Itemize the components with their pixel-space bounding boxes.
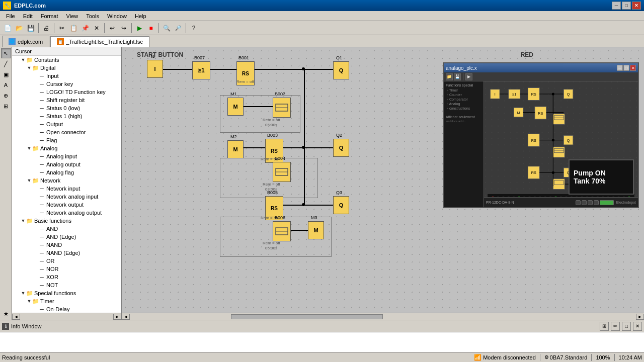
tool-misc[interactable]: ⊞ [1,101,11,111]
redo-button[interactable]: ↪ [118,23,129,34]
tree-constants[interactable]: ▼ 📁 Constants [12,56,121,64]
tree-nand-edge[interactable]: ─ NAND (Edge) [12,249,121,257]
tree-net-output[interactable]: ─ Network output [12,201,121,209]
minimize-button[interactable]: ─ [612,2,621,10]
tree-status1[interactable]: ─ Status 1 (high) [12,112,121,120]
block-m2[interactable]: M [227,140,244,158]
save-button[interactable]: 💾 [25,23,36,34]
popup-minimize[interactable]: ─ [617,65,623,71]
canvas-area[interactable]: START BUTTON RED YELLOW GREEN I1 I B007 … [122,47,644,320]
canvas-hscroll-thumb[interactable] [231,314,383,319]
zoom-in-button[interactable]: 🔍 [161,23,172,34]
tree-net-input[interactable]: ─ Network input [12,185,121,193]
tab-edplc[interactable]: 🌐 edplc.com [2,36,49,47]
tree-network[interactable]: ▼ 📁 Network [12,176,121,185]
hscroll-right[interactable]: ► [113,314,121,320]
canvas-hscroll-left[interactable]: ◄ [122,314,130,320]
tool-cursor[interactable]: ↖ [1,48,11,58]
tool-zoom[interactable]: ⊕ [1,90,11,101]
popup-maximize[interactable]: □ [623,65,629,71]
tree-logo-td[interactable]: ─ LOGO! TD Function key [12,88,121,96]
sidebar-hscroll[interactable]: ◄ ► [12,313,121,320]
block-b007[interactable]: ≥1 [192,61,210,79]
tree-cursor-key[interactable]: ─ Cursor key [12,80,121,88]
block-q3[interactable]: Q [333,196,349,214]
menu-file[interactable]: File [2,12,19,20]
zoom-out-button[interactable]: 🔎 [173,23,184,34]
popup-btn4[interactable] [594,200,599,205]
tree-output[interactable]: ─ Output [12,120,121,128]
window-controls: ─ □ ✕ [612,2,641,10]
cut-button[interactable]: ✂ [56,23,67,34]
tree-xor[interactable]: ─ XOR [12,273,121,281]
popup-tb-1[interactable]: 📁 [446,73,453,80]
popup-btn1[interactable] [576,200,581,205]
block-q2[interactable]: Q [333,139,349,157]
tree-open-conn[interactable]: ─ Open connector [12,128,121,136]
canvas-hscroll-right[interactable]: ► [636,314,644,320]
tree-on-delay[interactable]: ─ On-Delay [12,305,121,313]
popup-close[interactable]: ✕ [630,65,636,71]
tree-input[interactable]: ─ Input [12,72,121,80]
tree-net-analog-input[interactable]: ─ Network analog input [12,193,121,201]
tree-not[interactable]: ─ NOT [12,281,121,289]
tab-trafficlight[interactable]: 📋 _TrafficLight.lsc_TrafficLight.lsc [50,36,149,47]
close-button[interactable]: ✕ [632,2,641,10]
menu-tools[interactable]: Tools [82,12,103,20]
tool-block[interactable]: ▣ [1,69,11,79]
menu-view[interactable]: View [62,12,83,20]
menu-format[interactable]: Format [37,12,62,20]
tree-digital[interactable]: ▼ 📁 Digital [12,64,121,72]
new-button[interactable]: 📄 [2,23,13,34]
tree-analog-output[interactable]: ─ Analog output [12,160,121,168]
tree-basic-functions[interactable]: ▼ 📁 Basic functions [12,217,121,225]
tree-nand[interactable]: ─ NAND [12,241,121,249]
tree-timer[interactable]: ▼ 📁 Timer [12,297,121,305]
undo-button[interactable]: ↩ [107,23,118,34]
tree-analog-input[interactable]: ─ Analog input [12,152,121,160]
popup-window[interactable]: analago_plc.x ─ □ ✕ 📁 💾 [443,62,639,208]
popup-btn2[interactable] [582,200,587,205]
popup-btn3[interactable] [588,200,593,205]
tree-analog[interactable]: ▼ 📁 Analog [12,144,121,152]
hscroll-left[interactable]: ◄ [12,314,20,320]
tree-analog-flag[interactable]: ─ Analog flag [12,168,121,176]
tree-shift-reg[interactable]: ─ Shift register bit [12,96,121,104]
tree-and-edge[interactable]: ─ AND (Edge) [12,233,121,241]
popup-tb-2[interactable]: 💾 [454,73,461,80]
tree-flag[interactable]: ─ Flag [12,136,121,144]
tree-special-functions[interactable]: ▼ 📁 Special functions [12,289,121,297]
open-button[interactable]: 📂 [14,23,25,34]
popup-tb-3[interactable]: ▶ [465,73,472,80]
tree-or[interactable]: ─ OR [12,257,121,265]
copy-button[interactable]: 📋 [68,23,79,34]
stop-button[interactable]: ■ [145,23,156,34]
popup-green-btn[interactable] [600,200,614,205]
tool-wire[interactable]: ╱ [1,59,11,69]
block-q1[interactable]: Q [333,61,349,79]
simulate-button[interactable]: ▶ [134,23,145,34]
maximize-button[interactable]: □ [622,2,631,10]
menu-edit[interactable]: Edit [19,12,37,20]
print-button[interactable]: 🖨 [41,23,52,34]
menu-help[interactable]: Help [131,12,150,20]
sidebar-tree[interactable]: ▼ 📁 Constants ▼ 📁 Digital ─ Input ─ Curs… [12,56,121,313]
info-btn-2[interactable]: ✏ [611,322,620,331]
info-btn-1[interactable]: ⊞ [600,322,609,331]
tree-nor[interactable]: ─ NOR [12,265,121,273]
help-button[interactable]: ? [188,23,199,34]
tree-and[interactable]: ─ AND [12,225,121,233]
tool-text[interactable]: A [1,80,11,90]
app-icon: 🔧 [3,2,11,10]
delete-button[interactable]: ✕ [91,23,102,34]
info-btn-4[interactable]: ✕ [633,322,642,331]
canvas-hscrollbar[interactable]: ◄ ► [122,313,644,320]
menu-window[interactable]: Window [103,12,131,20]
block-i1[interactable]: I [147,60,163,78]
info-btn-3[interactable]: □ [622,322,631,331]
tool-extra[interactable]: ★ [1,309,11,319]
tree-net-analog-output[interactable]: ─ Network analog output [12,209,121,217]
tree-status0[interactable]: ─ Status 0 (low) [12,104,121,112]
paste-button[interactable]: 📌 [79,23,91,34]
canvas[interactable]: START BUTTON RED YELLOW GREEN I1 I B007 … [122,47,644,320]
